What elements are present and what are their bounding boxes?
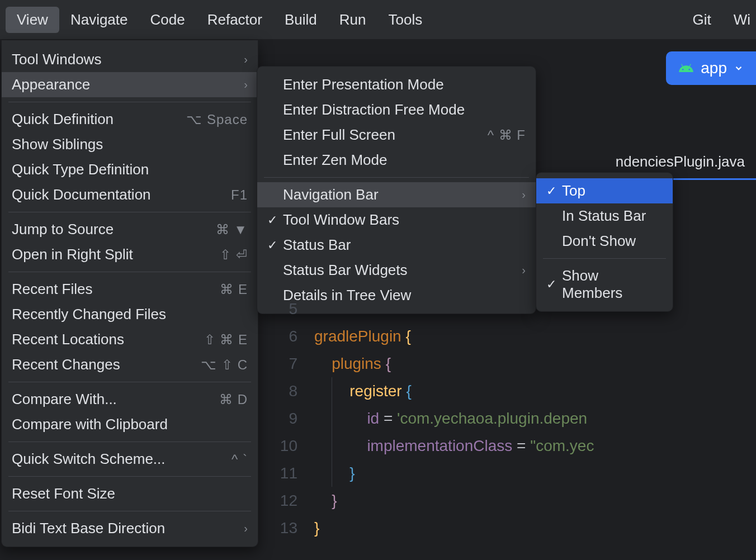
menu-recent-changes[interactable]: Recent Changes⌥ ⇧ C xyxy=(2,352,258,377)
menu-compare-clipboard[interactable]: Compare with Clipboard xyxy=(2,412,258,437)
menu-refactor[interactable]: Refactor xyxy=(196,7,273,33)
menu-open-right-split[interactable]: Open in Right Split⇧ ⏎ xyxy=(2,242,258,267)
menu-quick-definition[interactable]: Quick Definition⌥ Space xyxy=(2,107,258,132)
menu-status-bar[interactable]: ✓Status Bar xyxy=(257,232,536,258)
chevron-down-icon xyxy=(734,63,744,73)
android-icon xyxy=(678,60,694,76)
menu-separator xyxy=(8,212,251,212)
menu-window[interactable]: Wi xyxy=(722,7,750,33)
line-number: 12 xyxy=(258,487,314,514)
line-number: 7 xyxy=(258,350,314,377)
menu-distraction-free[interactable]: Enter Distraction Free Mode xyxy=(257,97,536,122)
chevron-right-icon: › xyxy=(522,188,526,201)
menu-quick-switch[interactable]: Quick Switch Scheme...^ ` xyxy=(2,447,258,472)
menu-separator xyxy=(8,382,251,382)
appearance-dropdown: Enter Presentation Mode Enter Distractio… xyxy=(257,66,536,314)
check-icon: ✓ xyxy=(267,238,283,253)
menu-appearance[interactable]: Appearance› xyxy=(2,72,258,97)
shortcut: ^ ⌘ F xyxy=(488,127,526,143)
menu-separator xyxy=(264,177,529,178)
shortcut: ⌘ ▼ xyxy=(216,222,248,238)
menu-navbar-top[interactable]: ✓Top xyxy=(536,178,673,203)
menu-separator xyxy=(543,258,666,259)
menu-show-siblings[interactable]: Show Siblings xyxy=(2,132,258,157)
chevron-right-icon: › xyxy=(522,264,526,277)
line-number: 11 xyxy=(258,459,314,487)
menu-build[interactable]: Build xyxy=(273,7,328,33)
menu-tool-window-bars[interactable]: ✓Tool Window Bars xyxy=(257,207,536,232)
menu-recently-changed[interactable]: Recently Changed Files xyxy=(2,302,258,327)
menu-presentation-mode[interactable]: Enter Presentation Mode xyxy=(257,72,536,97)
menu-navigate[interactable]: Navigate xyxy=(59,7,139,33)
shortcut: ⌥ Space xyxy=(186,112,248,127)
menu-separator xyxy=(8,511,251,511)
menu-view[interactable]: View xyxy=(6,7,59,33)
menu-quick-doc[interactable]: Quick DocumentationF1 xyxy=(2,182,258,207)
menu-recent-locations[interactable]: Recent Locations⇧ ⌘ E xyxy=(2,327,258,352)
menu-bidi[interactable]: Bidi Text Base Direction› xyxy=(2,516,258,541)
menu-jump-to-source[interactable]: Jump to Source⌘ ▼ xyxy=(2,217,258,242)
shortcut: ⌘ D xyxy=(219,392,248,407)
check-icon: ✓ xyxy=(546,277,562,292)
line-number: 5 xyxy=(258,295,314,322)
line-number: 13 xyxy=(258,514,314,542)
menu-navigation-bar[interactable]: Navigation Bar› xyxy=(257,182,536,207)
code-editor[interactable]: 5 6gradlePlugin { 7 plugins { 8 register… xyxy=(258,295,756,542)
line-number: 10 xyxy=(258,432,314,459)
shortcut: ⌘ E xyxy=(220,282,248,297)
menu-quick-type-def[interactable]: Quick Type Definition xyxy=(2,157,258,182)
shortcut: ^ ` xyxy=(231,452,248,467)
menu-separator xyxy=(8,442,251,442)
line-number: 9 xyxy=(258,405,314,432)
run-config-label: app xyxy=(701,59,727,77)
check-icon: ✓ xyxy=(267,213,283,227)
menu-reset-font[interactable]: Reset Font Size xyxy=(2,481,258,506)
menu-run[interactable]: Run xyxy=(328,7,377,33)
check-icon: ✓ xyxy=(546,184,562,198)
shortcut: ⇧ ⌘ E xyxy=(204,332,248,348)
line-number: 8 xyxy=(258,377,314,405)
shortcut: ⇧ ⏎ xyxy=(220,247,248,263)
menu-separator xyxy=(8,476,251,477)
menu-navbar-dontshow[interactable]: Don't Show xyxy=(536,229,673,254)
menu-full-screen[interactable]: Enter Full Screen^ ⌘ F xyxy=(257,122,536,148)
chevron-right-icon: › xyxy=(244,78,248,91)
shortcut: ⌥ ⇧ C xyxy=(201,357,248,373)
chevron-right-icon: › xyxy=(244,522,248,535)
menu-tools[interactable]: Tools xyxy=(377,7,433,33)
line-number: 6 xyxy=(258,322,314,350)
chevron-right-icon: › xyxy=(244,53,248,66)
menu-separator xyxy=(8,272,251,272)
menu-zen-mode[interactable]: Enter Zen Mode xyxy=(257,148,536,173)
menu-compare-with[interactable]: Compare With...⌘ D xyxy=(2,387,258,412)
shortcut: F1 xyxy=(231,187,248,203)
navbar-dropdown: ✓Top In Status Bar Don't Show ✓Show Memb… xyxy=(536,172,673,312)
run-config-selector[interactable]: app xyxy=(666,51,756,85)
menu-git[interactable]: Git xyxy=(681,7,722,33)
menu-tool-windows[interactable]: Tool Windows› xyxy=(2,47,258,72)
menubar: View Navigate Code Refactor Build Run To… xyxy=(0,0,756,39)
menu-code[interactable]: Code xyxy=(139,7,196,33)
menu-recent-files[interactable]: Recent Files⌘ E xyxy=(2,277,258,302)
view-dropdown: Tool Windows› Appearance› Quick Definiti… xyxy=(1,40,258,547)
menu-status-bar-widgets[interactable]: Status Bar Widgets› xyxy=(257,258,536,283)
menu-navbar-statusbar[interactable]: In Status Bar xyxy=(536,203,673,229)
menu-separator xyxy=(8,102,251,102)
